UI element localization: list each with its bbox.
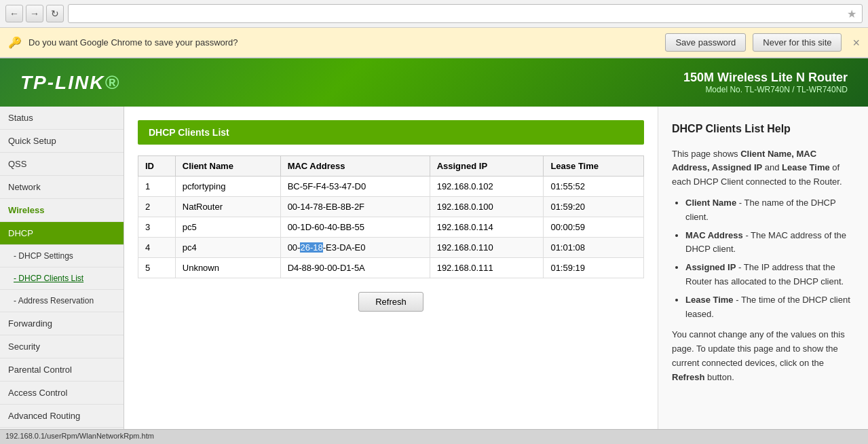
- sidebar-item-network[interactable]: Network: [0, 176, 124, 199]
- col-id: ID: [138, 156, 176, 177]
- table-row: 3 pc5 00-1D-60-40-BB-55 192.168.0.114 00…: [138, 217, 644, 238]
- key-icon: 🔑: [8, 36, 22, 49]
- cell-lease: 01:59:20: [544, 197, 644, 217]
- help-panel: DHCP Clients List Help This page shows C…: [658, 107, 868, 444]
- sidebar-item-dhcp-settings[interactable]: - DHCP Settings: [0, 245, 124, 267]
- table-row: 2 NatRouter 00-14-78-EB-8B-2F 192.168.0.…: [138, 197, 644, 217]
- col-client-name: Client Name: [175, 156, 280, 177]
- cell-mac: BC-5F-F4-53-47-D0: [280, 177, 430, 197]
- cell-id: 1: [138, 177, 176, 197]
- nav-buttons: ← → ↻: [5, 5, 64, 22]
- cell-id: 2: [138, 197, 176, 217]
- sidebar-item-access-control[interactable]: Access Control: [0, 382, 124, 405]
- url-input[interactable]: 192.168.0.1: [74, 9, 844, 19]
- cell-client-name: pcfortyping: [175, 177, 280, 197]
- cell-client-name: pc4: [175, 238, 280, 258]
- sidebar-item-qss[interactable]: QSS: [0, 153, 124, 176]
- status-bar: 192.168.0.1/userRpm/WlanNetworkRpm.htm: [0, 429, 868, 444]
- help-item-lease-time: Lease Time - The time of the DHCP client…: [685, 293, 854, 322]
- router-model-number: Model No. TL-WR740N / TL-WR740ND: [683, 85, 848, 94]
- cell-mac: 00-14-78-EB-8B-2F: [280, 197, 430, 217]
- cell-mac: 00-26-18-E3-DA-E0: [280, 238, 430, 258]
- password-save-message: Do you want Google Chrome to save your p…: [29, 37, 658, 48]
- main-content: DHCP Clients List ID Client Name MAC Add…: [124, 107, 658, 444]
- cell-mac: 00-1D-60-40-BB-55: [280, 217, 430, 238]
- sidebar-item-status[interactable]: Status: [0, 107, 124, 130]
- help-title: DHCP Clients List Help: [672, 120, 854, 138]
- cell-lease: 01:01:08: [544, 238, 644, 258]
- cell-lease: 01:55:52: [544, 177, 644, 197]
- reload-button[interactable]: ↻: [46, 5, 64, 22]
- router-header: TP-LINK® 150M Wireless Lite N Router Mod…: [0, 58, 868, 107]
- sidebar-item-dhcp-clients-list[interactable]: - DHCP Clients List: [0, 267, 124, 290]
- forward-button[interactable]: →: [26, 5, 43, 22]
- close-password-bar-button[interactable]: ×: [852, 37, 860, 49]
- help-intro: This page shows Client Name, MAC Address…: [672, 147, 854, 189]
- cell-client-name: pc5: [175, 217, 280, 238]
- cell-ip: 192.168.0.100: [430, 197, 544, 217]
- cell-lease: 01:59:19: [544, 258, 644, 278]
- back-button[interactable]: ←: [5, 5, 23, 22]
- cell-mac: D4-88-90-00-D1-5A: [280, 258, 430, 278]
- cell-id: 3: [138, 217, 176, 238]
- col-mac: MAC Address: [280, 156, 430, 177]
- help-footer: You cannot change any of the values on t…: [672, 328, 854, 384]
- router-model-name: 150M Wireless Lite N Router: [683, 71, 848, 85]
- cell-id: 5: [138, 258, 176, 278]
- router-info: 150M Wireless Lite N Router Model No. TL…: [683, 71, 848, 94]
- cell-client-name: Unknown: [175, 258, 280, 278]
- col-lease: Lease Time: [544, 156, 644, 177]
- help-item-mac: MAC Address - The MAC address of the DHC…: [685, 229, 854, 257]
- never-save-button[interactable]: Never for this site: [753, 33, 842, 52]
- trademark-symbol: ®: [105, 72, 120, 93]
- save-password-button[interactable]: Save password: [665, 33, 746, 52]
- sidebar-item-wireless[interactable]: Wireless: [0, 199, 124, 222]
- sidebar-item-parental-control[interactable]: Parental Control: [0, 358, 124, 382]
- sidebar: Status Quick Setup QSS Network Wireless …: [0, 107, 124, 444]
- table-row: 5 Unknown D4-88-90-00-D1-5A 192.168.0.11…: [138, 258, 644, 278]
- cell-client-name: NatRouter: [175, 197, 280, 217]
- help-item-assigned-ip: Assigned IP - The IP address that the Ro…: [685, 261, 854, 289]
- content-wrapper: DHCP Clients List ID Client Name MAC Add…: [124, 107, 868, 444]
- section-title: DHCP Clients List: [138, 120, 644, 145]
- cell-ip: 192.168.0.114: [430, 217, 544, 238]
- dhcp-clients-table: ID Client Name MAC Address Assigned IP L…: [138, 155, 644, 278]
- help-item-client-name: Client Name - The name of the DHCP clien…: [685, 196, 854, 225]
- table-row: 4 pc4 00-26-18-E3-DA-E0 192.168.0.110 01…: [138, 238, 644, 258]
- sidebar-item-forwarding[interactable]: Forwarding: [0, 312, 124, 335]
- help-list: Client Name - The name of the DHCP clien…: [685, 196, 854, 321]
- sidebar-item-advanced-routing[interactable]: Advanced Routing: [0, 405, 124, 428]
- sidebar-item-address-reservation[interactable]: - Address Reservation: [0, 290, 124, 312]
- tp-link-logo: TP-LINK®: [20, 72, 120, 94]
- address-bar: 192.168.0.1 ★: [68, 4, 863, 23]
- cell-id: 4: [138, 238, 176, 258]
- bookmark-icon[interactable]: ★: [847, 7, 856, 20]
- cell-ip: 192.168.0.111: [430, 258, 544, 278]
- cell-lease: 00:00:59: [544, 217, 644, 238]
- sidebar-item-dhcp[interactable]: DHCP: [0, 222, 124, 245]
- sidebar-item-quick-setup[interactable]: Quick Setup: [0, 130, 124, 153]
- cell-ip: 192.168.0.102: [430, 177, 544, 197]
- sidebar-item-security[interactable]: Security: [0, 335, 124, 358]
- col-ip: Assigned IP: [430, 156, 544, 177]
- refresh-button[interactable]: Refresh: [358, 292, 423, 312]
- table-row: 1 pcfortyping BC-5F-F4-53-47-D0 192.168.…: [138, 177, 644, 197]
- cell-ip: 192.168.0.110: [430, 238, 544, 258]
- password-save-bar: 🔑 Do you want Google Chrome to save your…: [0, 28, 868, 58]
